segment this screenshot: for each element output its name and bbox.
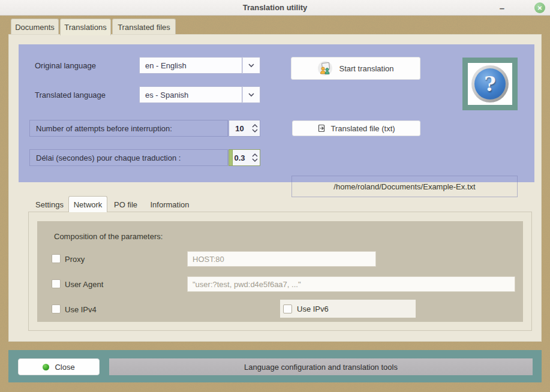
start-translation-button[interactable]: Start translation bbox=[291, 57, 420, 80]
tab-documents[interactable]: Documents bbox=[11, 19, 59, 35]
tab-translations-label: Translations bbox=[64, 23, 106, 32]
attempts-label: Number of attempts before interruption: bbox=[29, 120, 228, 137]
delay-label: Délai (secondes) pour chaque traduction … bbox=[29, 149, 228, 166]
translated-language-label: Translated language bbox=[35, 91, 106, 99]
output-path: /home/roland/Documents/Example-Ex.txt bbox=[291, 176, 518, 197]
original-language-value[interactable]: en - English bbox=[139, 57, 242, 74]
footer-bar: Close Language configuration and transla… bbox=[8, 350, 542, 382]
translation-settings-panel: Original language en - English Translate… bbox=[19, 44, 534, 182]
original-language-dropdown-button[interactable] bbox=[242, 57, 260, 74]
spin-up-icon[interactable] bbox=[252, 153, 258, 157]
delay-spinner[interactable]: 0.3 bbox=[229, 149, 260, 166]
tab-translations[interactable]: Translations bbox=[60, 19, 111, 35]
translated-language-dropdown-button[interactable] bbox=[242, 86, 260, 103]
proxy-input[interactable] bbox=[187, 251, 376, 267]
tab-settings-label: Settings bbox=[35, 200, 64, 209]
window-titlebar[interactable]: Translation utility – ✕ bbox=[0, 0, 550, 16]
help-icon: ? bbox=[471, 65, 509, 102]
export-file-icon bbox=[317, 124, 326, 132]
green-status-icon bbox=[43, 364, 49, 370]
tab-translated-files-label: Translated files bbox=[118, 23, 170, 32]
chevron-down-icon bbox=[248, 92, 255, 97]
tab-information-label: Information bbox=[150, 200, 189, 209]
translations-tab-content: Original language en - English Translate… bbox=[8, 34, 542, 342]
desktop: Translation utility – ✕ Documents Transl… bbox=[0, 0, 550, 392]
attempts-spinner[interactable]: 10 bbox=[229, 120, 260, 137]
user-agent-checkbox[interactable] bbox=[52, 279, 61, 288]
translated-language-value[interactable]: es - Spanish bbox=[139, 86, 242, 103]
translation-people-icon bbox=[317, 61, 333, 76]
close-button-label: Close bbox=[55, 363, 74, 372]
ipv6-label: Use IPv6 bbox=[297, 304, 329, 313]
tab-settings[interactable]: Settings bbox=[31, 197, 68, 212]
translated-file-label: Translated file (txt) bbox=[330, 124, 395, 133]
proxy-label: Proxy bbox=[65, 255, 85, 264]
chevron-down-icon bbox=[248, 63, 255, 68]
tab-documents-label: Documents bbox=[15, 23, 55, 32]
translated-language-select[interactable]: es - Spanish bbox=[139, 86, 260, 103]
user-agent-input[interactable] bbox=[187, 276, 515, 292]
network-parameters-panel: Composition of the parameters: Proxy Use… bbox=[37, 221, 523, 322]
language-configuration-button[interactable]: Language configuration and translation t… bbox=[109, 358, 533, 375]
help-button[interactable]: ? bbox=[462, 58, 518, 110]
ipv4-label: Use IPv4 bbox=[65, 305, 97, 314]
delay-progress-fill bbox=[229, 150, 233, 165]
ipv6-group: Use IPv6 bbox=[280, 300, 416, 318]
tab-network[interactable]: Network bbox=[68, 196, 107, 212]
tab-translated-files[interactable]: Translated files bbox=[112, 19, 176, 35]
help-icon-frame: ? bbox=[468, 63, 512, 105]
translated-file-button[interactable]: Translated file (txt) bbox=[292, 120, 420, 136]
tab-po-file-label: PO file bbox=[114, 200, 137, 209]
minimize-icon: – bbox=[500, 3, 504, 13]
close-icon: ✕ bbox=[537, 5, 542, 11]
window-close-button[interactable]: ✕ bbox=[534, 2, 545, 13]
tab-information[interactable]: Information bbox=[144, 197, 196, 212]
start-translation-label: Start translation bbox=[339, 64, 393, 73]
user-agent-label: User Agent bbox=[65, 280, 103, 289]
spin-up-icon[interactable] bbox=[252, 124, 258, 128]
attempts-value[interactable]: 10 bbox=[229, 124, 250, 133]
network-section-title: Composition of the parameters: bbox=[54, 232, 163, 241]
spin-down-icon[interactable] bbox=[252, 129, 258, 132]
ipv6-checkbox[interactable] bbox=[283, 304, 292, 313]
spin-down-icon[interactable] bbox=[252, 158, 258, 162]
tab-network-label: Network bbox=[74, 200, 103, 209]
ipv4-checkbox[interactable] bbox=[52, 304, 61, 313]
original-language-label: Original language bbox=[35, 61, 96, 70]
close-button[interactable]: Close bbox=[18, 358, 100, 375]
proxy-checkbox[interactable] bbox=[52, 254, 61, 263]
window-title: Translation utility bbox=[243, 3, 308, 12]
network-tab-frame: Composition of the parameters: Proxy Use… bbox=[28, 212, 532, 331]
language-configuration-label: Language configuration and translation t… bbox=[244, 363, 398, 372]
original-language-select[interactable]: en - English bbox=[139, 57, 260, 74]
tab-po-file[interactable]: PO file bbox=[109, 197, 143, 212]
minimize-button[interactable]: – bbox=[496, 2, 508, 14]
